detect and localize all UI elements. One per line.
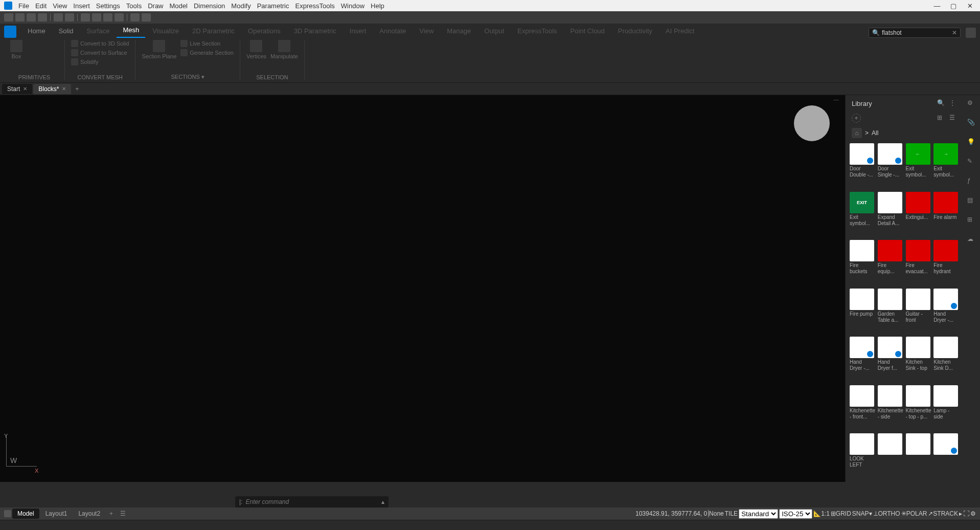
library-add-icon[interactable]: + [852,114,861,123]
menu-dimension[interactable]: Dimension [194,2,225,10]
library-item[interactable]: Lamp - side [933,385,960,432]
library-menu-icon[interactable]: ⋮ [949,99,958,107]
library-item[interactable]: Fire equip... [878,240,904,286]
generate-section[interactable]: Generate Section [180,49,234,56]
tab-operations[interactable]: Operations [242,24,287,38]
maximize-icon[interactable]: ▢ [947,2,960,10]
list-view-icon[interactable]: ☰ [949,114,958,122]
tab-insert[interactable]: Insert [344,24,373,38]
home-icon[interactable]: ⌂ [852,128,862,138]
tab-manage[interactable]: Manage [441,24,477,38]
convert-3d-solid[interactable]: Convert to 3D Solid [71,40,129,47]
menu-file[interactable]: File [18,2,29,10]
library-item[interactable] [933,433,960,480]
library-item[interactable]: Expand Detail A... [878,192,904,238]
apps-icon[interactable]: ⊞ [967,216,976,225]
status-grid[interactable]: ⊞GRID [831,510,851,517]
cut-icon[interactable] [92,13,101,21]
primitive-icon[interactable] [27,51,36,60]
attach-icon[interactable]: 📎 [967,119,976,128]
undo-icon[interactable] [54,13,63,21]
command-input[interactable] [245,498,381,505]
menu-view[interactable]: View [53,2,67,10]
status-ortho[interactable]: ⊥ORTHO [873,510,900,517]
solidify[interactable]: Solidify [71,58,129,65]
tool-box[interactable]: Box [10,40,22,59]
lightbulb-icon[interactable]: 💡 [967,138,976,147]
library-item[interactable]: Hand Dryer -... [933,289,960,335]
copy-icon[interactable] [103,13,112,21]
layout-icon[interactable] [4,510,11,517]
tab-layout2[interactable]: Layout2 [73,509,105,519]
panel-handle-icon[interactable]: ···· [832,96,840,104]
library-item[interactable]: Guitar - front [906,289,932,335]
menu-edit[interactable]: Edit [35,2,47,10]
live-section[interactable]: Live Section [180,40,234,47]
library-grid[interactable]: Door Double -...Door Single -...←Exit sy… [846,141,964,482]
breadcrumb-all[interactable]: All [872,129,878,137]
tab-3d-parametric[interactable]: 3D Parametric [288,24,343,38]
library-item[interactable]: Kitchenette - top - p... [906,385,932,432]
viewcube[interactable] [794,105,830,141]
menu-tools[interactable]: Tools [126,2,142,10]
edit-icon[interactable]: ✎ [967,158,976,167]
menu-window[interactable]: Window [341,2,364,10]
doc-tab-blocks[interactable]: Blocks* ✕ [33,84,71,94]
status-snap[interactable]: SNAP▾ [852,510,872,517]
library-item[interactable]: Extingui... [906,192,932,238]
status-polar[interactable]: ✳POLAR [901,510,927,517]
cloud-icon[interactable]: ☁ [967,235,976,245]
tab-mesh[interactable]: Mesh [117,23,145,38]
command-history-icon[interactable]: ▴ [381,498,384,505]
library-item[interactable]: Fire evacuat... [906,240,932,286]
convert-surface[interactable]: Convert to Surface [71,49,129,56]
new-icon[interactable] [4,13,13,21]
tool-icon[interactable] [130,13,140,21]
status-strack[interactable]: ↗STRACK [928,510,958,517]
menu-model[interactable]: Model [170,2,188,10]
menu-parametric[interactable]: Parametric [257,2,289,10]
menu-settings[interactable]: Settings [96,2,120,10]
library-item[interactable]: Kitchen Sink - top [906,337,932,383]
tab-model[interactable]: Model [12,509,39,519]
library-item[interactable]: Fire buckets [850,240,876,286]
close-icon[interactable]: ✕ [964,2,976,10]
app-icon[interactable] [4,26,16,38]
tool-vertices[interactable]: Vertices [246,40,266,59]
saveas-icon[interactable] [38,13,47,21]
library-search-icon[interactable]: 🔍 [937,99,945,107]
tab-solid[interactable]: Solid [53,24,80,38]
settings-icon[interactable]: ⚙ [967,99,976,108]
tab-2d-parametric[interactable]: 2D Parametric [186,24,241,38]
close-tab-icon[interactable]: ✕ [23,86,27,92]
library-item[interactable]: LOOK LEFT [850,433,876,480]
function-icon[interactable]: ƒ [967,177,976,186]
library-item[interactable]: Kitchen Sink D... [933,337,960,383]
clear-search-icon[interactable]: ✕ [952,29,957,36]
status-more-icon[interactable]: ▸ [959,510,962,517]
library-item[interactable]: Door Single -... [878,143,904,190]
library-item[interactable]: Fire hydrant [933,240,960,286]
minimize-icon[interactable]: — [931,2,943,10]
tool-manipulate[interactable]: Manipulate [270,40,298,59]
paste-icon[interactable] [115,13,124,21]
status-expand-icon[interactable]: ⛶ [963,510,969,517]
print-icon[interactable] [81,13,90,21]
status-tile[interactable]: TILE [725,510,738,517]
status-settings-icon[interactable]: ⚙ [970,510,976,517]
primitive-icon[interactable] [38,51,47,60]
library-item[interactable]: Kitchenette - side [878,385,904,432]
menu-expresstools[interactable]: ExpressTools [295,2,335,10]
menu-modify[interactable]: Modify [231,2,250,10]
tab-visualize[interactable]: Visualize [146,24,185,38]
redo-icon[interactable] [65,13,74,21]
dim-style-select[interactable]: Standard [739,509,778,519]
doc-tab-start[interactable]: Start ✕ [2,84,32,94]
library-item[interactable]: Kitchenette - front... [850,385,876,432]
open-icon[interactable] [15,13,25,21]
iso-select[interactable]: ISO-25 [779,509,812,519]
tab-ai-predict[interactable]: AI Predict [659,24,700,38]
library-item[interactable]: Hand Dryer -... [850,337,876,383]
tab-productivity[interactable]: Productivity [612,24,658,38]
library-item[interactable]: ←Exit symbol... [906,143,932,190]
